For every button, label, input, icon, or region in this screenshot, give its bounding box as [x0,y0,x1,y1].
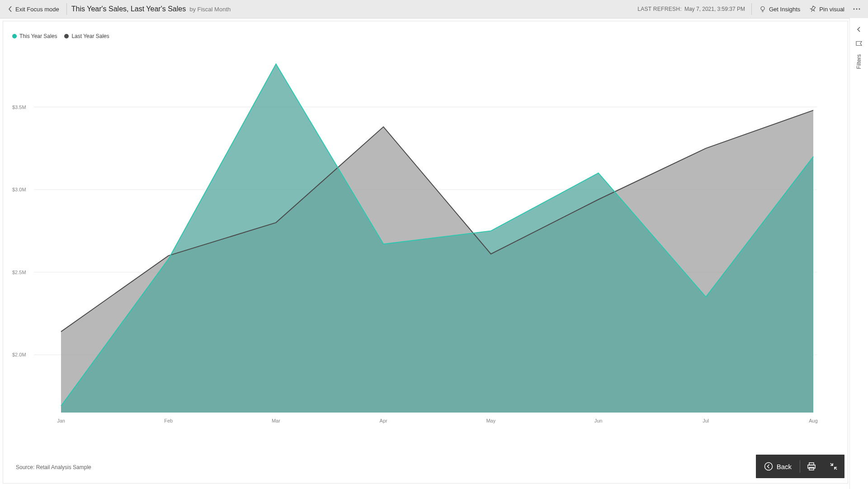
chevron-left-icon [856,26,862,33]
last-refresh-label: LAST REFRESH: [637,6,682,12]
lightbulb-icon [759,5,766,13]
x-tick-label: Jul [703,418,709,423]
x-tick-label: Mar [272,418,280,423]
bottom-action-bar: Back [756,455,844,478]
separator [751,3,752,15]
legend-swatch-teal [12,34,17,38]
svg-text:$3.0M: $3.0M [12,187,26,192]
print-button[interactable] [800,455,823,478]
legend-item-last-year[interactable]: Last Year Sales [64,33,109,39]
last-refresh-value: May 7, 2021, 3:59:37 PM [682,6,749,12]
chart-canvas: This Year Sales Last Year Sales $2.0M$2.… [3,21,848,484]
svg-point-0 [761,7,764,10]
svg-text:$2.0M: $2.0M [12,352,26,357]
separator [66,3,67,15]
print-icon [807,462,816,471]
area-chart[interactable]: $2.0M$2.5M$3.0M$3.5MJanFebMarAprMayJunJu… [3,48,840,446]
pin-visual-label: Pin visual [819,6,844,13]
pin-visual-button[interactable]: Pin visual [805,0,849,18]
svg-point-1 [854,9,855,10]
back-circle-icon [764,462,773,471]
top-toolbar: Exit Focus mode This Year's Sales, Last … [0,0,868,19]
visual-title-group: This Year's Sales, Last Year's Sales by … [70,5,231,13]
svg-point-3 [859,9,860,10]
svg-text:$2.5M: $2.5M [12,270,26,275]
x-tick-label: Jun [594,418,603,423]
filters-pane-collapsed: Filters [849,18,868,489]
exit-focus-button[interactable]: Exit Focus mode [4,0,64,18]
svg-point-12 [764,463,772,470]
bookmark-icon [855,40,863,47]
legend-label-last-year: Last Year Sales [71,33,109,39]
visual-title: This Year's Sales, Last Year's Sales [71,5,186,13]
expand-pane-button[interactable] [856,26,862,33]
filters-label[interactable]: Filters [856,54,862,69]
x-tick-label: Feb [164,418,173,423]
x-tick-label: May [486,418,495,423]
svg-text:$3.5M: $3.5M [12,104,26,110]
svg-rect-15 [809,467,814,470]
collapse-icon [829,462,838,471]
x-tick-label: Jan [57,418,65,423]
source-caption: Source: Retail Analysis Sample [16,464,91,470]
ellipsis-icon [853,5,861,13]
get-insights-button[interactable]: Get Insights [755,0,805,18]
chart-legend: This Year Sales Last Year Sales [12,33,109,39]
legend-item-this-year[interactable]: This Year Sales [12,33,57,39]
legend-swatch-gray [64,34,69,38]
pin-icon [809,5,816,13]
chevron-left-icon [8,6,13,12]
bookmark-button[interactable] [855,40,863,47]
more-options-button[interactable] [849,0,864,18]
get-insights-label: Get Insights [769,6,800,13]
exit-fullscreen-button[interactable] [823,455,844,478]
exit-focus-label: Exit Focus mode [15,6,59,13]
legend-label-this-year: This Year Sales [19,33,57,39]
svg-point-2 [856,9,858,10]
back-label: Back [777,463,792,470]
x-tick-label: Aug [809,418,818,423]
back-button[interactable]: Back [756,455,800,478]
visual-subtitle: by Fiscal Month [189,6,231,13]
x-tick-label: Apr [380,418,387,423]
